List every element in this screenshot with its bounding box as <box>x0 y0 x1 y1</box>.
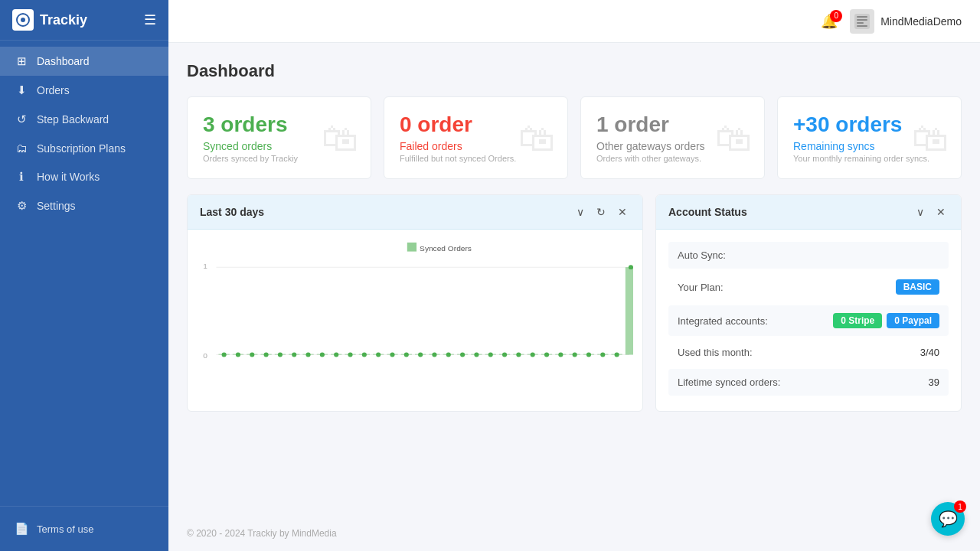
svg-point-43 <box>222 353 227 357</box>
account-body: Auto Sync: Your Plan: BASIC Integrated a… <box>656 230 961 411</box>
chart-refresh-button[interactable]: ↻ <box>593 204 609 220</box>
svg-point-64 <box>516 353 521 357</box>
svg-point-44 <box>236 353 240 357</box>
stripe-badge: 0 Stripe <box>833 313 882 328</box>
chart-close-button[interactable]: ✕ <box>615 204 630 220</box>
svg-point-60 <box>460 353 465 357</box>
synced-orders-card: 3 orders Synced orders Orders synced by … <box>187 96 371 179</box>
stats-row: 3 orders Synced orders Orders synced by … <box>187 96 962 179</box>
svg-point-61 <box>474 353 479 357</box>
main-content: 🔔 0 MindMediaDemo Dashboard 3 orders <box>168 0 980 551</box>
your-plan-label: Your Plan: <box>678 282 724 293</box>
svg-point-71 <box>615 353 619 357</box>
svg-text:1: 1 <box>203 262 207 270</box>
chart-panel-header: Last 30 days ∨ ↻ ✕ <box>188 195 642 230</box>
account-panel-header: Account Status ∨ ✕ <box>656 195 961 230</box>
svg-point-52 <box>348 353 352 357</box>
logo-icon <box>12 9 34 31</box>
chat-bubble[interactable]: 💬 1 <box>931 502 965 536</box>
svg-rect-6 <box>857 25 867 27</box>
svg-point-57 <box>418 353 423 357</box>
account-panel-actions: ∨ ✕ <box>913 204 949 220</box>
svg-point-69 <box>586 353 591 357</box>
paypal-badge: 0 Paypal <box>887 313 939 328</box>
chat-icon: 💬 <box>939 510 958 528</box>
account-collapse-button[interactable]: ∨ <box>913 204 927 220</box>
svg-point-65 <box>531 353 535 357</box>
svg-point-62 <box>488 353 493 357</box>
sidebar-item-how-it-works[interactable]: ℹ How it Works <box>0 162 168 191</box>
user-avatar <box>850 9 874 34</box>
account-panel-title: Account Status <box>668 206 747 218</box>
sidebar-nav: ⊞ Dashboard ⬇ Orders ↺ Step Backward 🗂 S… <box>0 41 168 506</box>
sidebar-item-settings[interactable]: ⚙ Settings <box>0 191 168 220</box>
your-plan-row: Your Plan: BASIC <box>668 272 949 302</box>
svg-point-54 <box>376 353 381 357</box>
logo-text: Trackiy <box>40 12 87 28</box>
remaining-syncs-card: +30 orders Remaining syncs Your monthly … <box>777 96 962 179</box>
svg-text:0: 0 <box>203 352 207 360</box>
sidebar-item-label: Settings <box>37 200 76 212</box>
failed-orders-card: 0 order Failed orders Fulfilled but not … <box>384 96 568 179</box>
used-this-month-row: Used this month: 3/40 <box>668 339 949 366</box>
sidebar-item-label: How it Works <box>37 171 100 183</box>
auto-sync-label: Auto Sync: <box>678 249 726 261</box>
notifications-button[interactable]: 🔔 0 <box>821 13 838 30</box>
used-this-month-value: 3/40 <box>920 347 939 358</box>
topbar: 🔔 0 MindMediaDemo <box>168 0 980 43</box>
other-gateway-orders-card: 1 order Other gateways orders Orders wit… <box>580 96 765 179</box>
svg-point-63 <box>502 353 507 357</box>
svg-rect-5 <box>857 22 864 24</box>
svg-rect-3 <box>857 16 867 18</box>
sidebar-item-dashboard[interactable]: ⊞ Dashboard <box>0 47 168 76</box>
svg-point-53 <box>362 353 367 357</box>
step-backward-icon: ↺ <box>14 112 29 126</box>
lifetime-synced-value: 39 <box>929 377 939 388</box>
how-it-works-icon: ℹ <box>14 170 29 184</box>
sidebar-footer: 📄 Terms of use <box>0 506 168 551</box>
hamburger-button[interactable]: ☰ <box>144 11 156 28</box>
svg-point-59 <box>446 353 451 357</box>
lifetime-synced-row: Lifetime synced orders: 39 <box>668 369 949 396</box>
svg-point-56 <box>404 353 409 357</box>
notification-badge: 0 <box>830 10 842 22</box>
sidebar-item-orders[interactable]: ⬇ Orders <box>0 76 168 105</box>
account-status-panel: Account Status ∨ ✕ Auto Sync: Your Plan:… <box>655 194 962 412</box>
chat-notification-badge: 1 <box>954 500 966 513</box>
chart-body: Synced Orders 1 0 <box>188 230 642 383</box>
svg-point-49 <box>306 353 311 357</box>
svg-point-50 <box>320 353 325 357</box>
sidebar-item-subscription-plans[interactable]: 🗂 Subscription Plans <box>0 134 168 162</box>
integrated-accounts-row: Integrated accounts: 0 Stripe 0 Paypal <box>668 305 949 336</box>
svg-point-1 <box>21 18 25 22</box>
page-title: Dashboard <box>187 61 962 81</box>
chart-svg: Synced Orders 1 0 <box>197 239 633 373</box>
lifetime-synced-label: Lifetime synced orders: <box>678 377 780 388</box>
plan-badge: BASIC <box>896 279 939 295</box>
svg-point-45 <box>250 353 254 357</box>
user-menu[interactable]: MindMediaDemo <box>850 9 962 34</box>
svg-point-72 <box>629 265 633 269</box>
dashboard-icon: ⊞ <box>14 54 29 68</box>
panels-row: Last 30 days ∨ ↻ ✕ Synced Orders 1 0 <box>187 194 962 412</box>
terms-of-use-link[interactable]: 📄 Terms of use <box>14 516 155 542</box>
chart-panel: Last 30 days ∨ ↻ ✕ Synced Orders 1 0 <box>187 194 643 412</box>
chart-panel-actions: ∨ ↻ ✕ <box>573 204 630 220</box>
chart-title: Last 30 days <box>200 206 264 218</box>
orders-icon: ⬇ <box>14 83 29 97</box>
page-content: Dashboard 3 orders Synced orders Orders … <box>168 43 980 516</box>
svg-rect-42 <box>626 267 633 354</box>
svg-rect-4 <box>857 19 867 21</box>
svg-point-46 <box>264 353 269 357</box>
sidebar-item-step-backward[interactable]: ↺ Step Backward <box>0 105 168 134</box>
user-name: MindMediaDemo <box>880 15 962 28</box>
chart-collapse-button[interactable]: ∨ <box>573 204 587 220</box>
integrated-accounts-label: Integrated accounts: <box>678 315 768 327</box>
svg-point-47 <box>278 353 283 357</box>
sidebar-item-label: Orders <box>37 84 70 96</box>
account-close-button[interactable]: ✕ <box>933 204 949 220</box>
svg-point-48 <box>292 353 296 357</box>
used-this-month-label: Used this month: <box>678 347 753 358</box>
sidebar-header: Trackiy ☰ <box>0 0 168 41</box>
logo: Trackiy <box>12 9 87 31</box>
